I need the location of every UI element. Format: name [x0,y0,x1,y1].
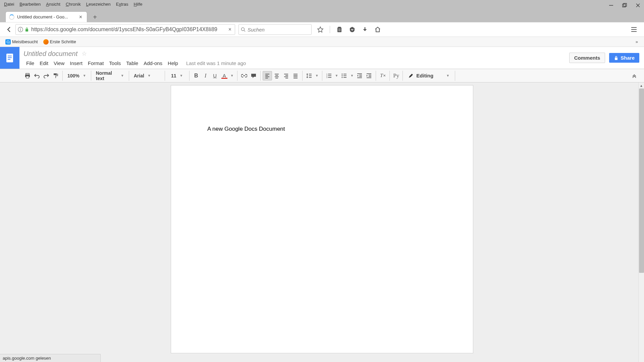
menu-extras[interactable]: Extras [113,1,131,7]
loading-spinner-icon [9,14,14,20]
input-tools-button[interactable]: Py [392,71,400,80]
paint-format-button[interactable] [51,71,60,80]
hamburger-menu-button[interactable] [631,26,641,33]
menu-format[interactable]: Format [85,59,107,67]
print-button[interactable] [23,71,32,80]
align-left-button[interactable] [263,71,272,80]
last-edit-status: Last edit was 1 minute ago [186,60,246,66]
bookmarks-overflow-button[interactable]: » [636,39,641,44]
align-right-button[interactable] [281,71,291,80]
font-size-select[interactable]: 11▼ [167,71,187,80]
scroll-thumb[interactable] [639,88,644,273]
maximize-button[interactable] [622,3,627,8]
menu-edit[interactable]: Edit [37,59,51,67]
caret-down-icon[interactable]: ▼ [315,74,319,77]
svg-point-57 [342,75,343,76]
home-button[interactable] [374,26,381,33]
browser-toolbar-icons [317,26,381,33]
clear-url-button[interactable]: × [227,26,233,33]
bold-button[interactable]: B [192,71,201,80]
caret-down-icon[interactable]: ▼ [230,74,234,77]
comments-button[interactable]: Comments [569,53,605,63]
toolbar-separator [330,26,330,33]
document-page[interactable]: A new Google Docs Document [171,85,473,353]
url-bar[interactable]: https://docs.google.com/document/d/1yscs… [15,24,235,35]
line-spacing-button[interactable] [305,71,314,80]
clear-formatting-button[interactable]: T✕ [378,71,387,80]
tab-close-button[interactable]: × [78,14,84,20]
site-info-icon[interactable] [18,27,23,32]
svg-rect-7 [20,29,21,31]
back-button[interactable] [5,26,13,33]
status-text: apis.google.com gelesen [3,356,51,361]
decrease-indent-button[interactable] [355,71,364,80]
menu-help[interactable]: Help [165,59,181,67]
library-button[interactable] [336,26,343,33]
align-justify-button[interactable] [291,71,300,80]
menu-bearbeiten[interactable]: Bearbeiten [17,1,43,7]
docs-toolbar: 100%▼ Normal text▼ Arial▼ 11▼ B I U A ▼ … [0,69,644,82]
menu-chronik[interactable]: Chronik [63,1,84,7]
undo-button[interactable] [32,71,42,80]
close-button[interactable] [635,3,641,8]
downloads-button[interactable] [362,26,368,33]
menu-datei[interactable]: Datei [1,1,17,7]
bookmark-star-button[interactable] [317,26,324,33]
menu-lesezeichen[interactable]: Lesezeichen [84,1,113,7]
new-tab-button[interactable]: + [90,12,100,22]
pocket-button[interactable] [349,26,356,33]
search-box[interactable] [238,24,312,35]
svg-rect-28 [26,76,29,78]
caret-down-icon: ▼ [148,74,151,77]
menu-view[interactable]: View [51,59,67,67]
minimize-button[interactable] [608,3,614,8]
svg-point-58 [342,77,343,78]
address-toolbar: https://docs.google.com/document/d/1yscs… [0,22,644,37]
share-button[interactable]: Share [609,53,639,63]
browser-menu-bar: Datei Bearbeiten Ansicht Chronik Lesezei… [0,0,644,8]
menu-tools[interactable]: Tools [106,59,123,67]
caret-down-icon: ▼ [446,74,449,77]
browser-tab[interactable]: Untitled document - Goo... × [5,11,87,22]
caret-down-icon[interactable]: ▼ [350,74,354,77]
menu-file[interactable]: File [23,59,37,67]
increase-indent-button[interactable] [364,71,374,80]
zoom-select[interactable]: 100%▼ [65,71,89,80]
editing-mode-select[interactable]: Editing ▼ [405,73,453,78]
italic-button[interactable]: I [201,71,210,80]
pencil-icon [408,73,414,78]
bookmark-erste-schritte[interactable]: Erste Schritte [41,39,79,45]
numbered-list-button[interactable]: 123 [324,71,334,80]
svg-rect-30 [251,74,256,77]
lock-icon [24,27,29,32]
text-color-button[interactable]: A [220,71,229,80]
svg-rect-29 [54,73,57,75]
bookmark-meistbesucht[interactable]: Meistbesucht [3,39,41,45]
bookmarks-bar: Meistbesucht Erste Schritte » [0,37,644,47]
star-button[interactable]: ☆ [82,50,87,57]
menu-addons[interactable]: Add-ons [141,59,165,67]
menu-insert[interactable]: Insert [67,59,85,67]
style-select[interactable]: Normal text▼ [93,71,127,80]
scrollbar[interactable]: ▲ ▼ [638,82,644,362]
menu-ansicht[interactable]: Ansicht [43,1,63,7]
align-center-button[interactable] [272,71,281,80]
underline-button[interactable]: U [210,71,220,80]
document-content[interactable]: A new Google Docs Document [207,126,437,132]
menu-table[interactable]: Table [123,59,141,67]
insert-link-button[interactable] [239,71,249,80]
collapse-toolbar-button[interactable] [631,71,641,80]
document-title[interactable]: Untitled document [23,50,77,58]
window-controls [608,3,641,8]
caret-down-icon[interactable]: ▼ [335,74,338,77]
svg-point-19 [7,41,9,43]
docs-logo[interactable] [0,47,19,69]
menu-hilfe[interactable]: Hilfe [131,1,145,7]
bulleted-list-button[interactable] [339,71,349,80]
svg-point-56 [342,73,343,74]
scroll-up-icon[interactable]: ▲ [640,84,643,87]
add-comment-button[interactable] [249,71,258,80]
font-select[interactable]: Arial▼ [131,71,163,80]
search-input[interactable] [248,27,309,33]
redo-button[interactable] [42,71,51,80]
